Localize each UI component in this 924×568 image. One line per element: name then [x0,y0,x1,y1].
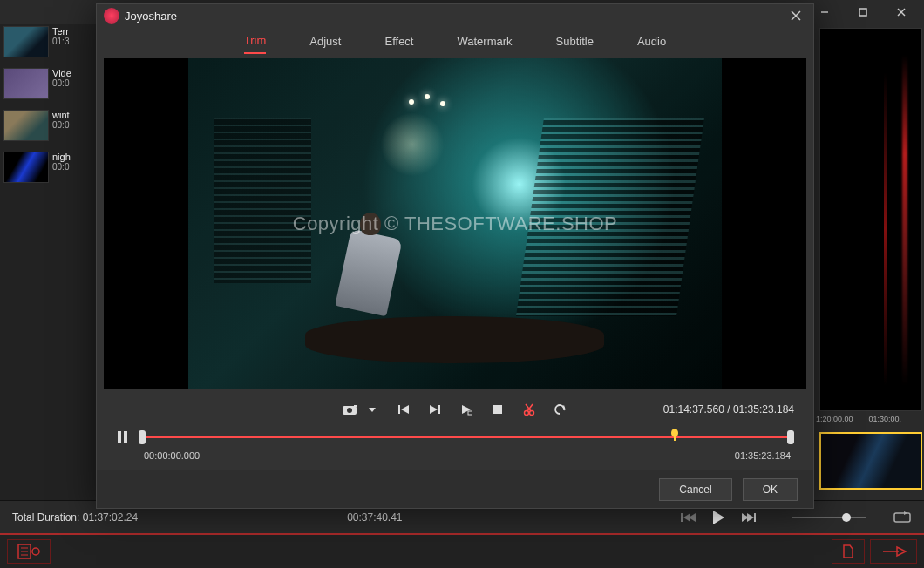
skip-back-button[interactable] [680,511,696,524]
svg-marker-34 [904,511,907,515]
timeline-tick: 01:30:00. [869,415,902,423]
current-time: 01:14:37.560 [663,403,724,416]
format-settings-button[interactable] [7,539,51,564]
svg-rect-15 [468,411,472,415]
time-display: 01:14:37.560 / 01:35:23.184 [663,403,794,416]
status-current-time: 00:37:40.41 [347,511,402,524]
clip-duration: 00:0 [52,162,71,172]
svg-rect-33 [894,513,910,522]
next-frame-button[interactable] [425,403,445,416]
trim-track[interactable] [139,430,794,444]
svg-rect-8 [354,405,357,407]
clip-item[interactable]: nigh 00:0 [0,150,96,192]
export-button[interactable] [870,539,917,564]
playhead-marker[interactable] [669,429,680,441]
clip-name: Terr [52,26,69,37]
trim-end-handle[interactable] [787,430,794,444]
tab-trim[interactable]: Trim [244,29,267,54]
trim-start-time: 00:00:00.000 [144,450,200,461]
clip-item[interactable]: Vide 00:0 [0,66,96,108]
tab-effect[interactable]: Effect [384,30,413,53]
zoom-slider[interactable] [792,517,866,518]
trim-start-handle[interactable] [139,430,146,444]
pause-button[interactable] [116,430,128,444]
timeline-side-panel: 1:20:00.00 01:30:00. [814,24,924,500]
svg-point-24 [671,429,678,437]
svg-marker-31 [747,513,754,522]
clip-duration: 01:3 [52,37,69,46]
maximize-button[interactable] [844,0,882,24]
tab-watermark[interactable]: Watermark [457,30,512,53]
video-preview[interactable]: Copyright © THESOFTWARE.SHOP [104,58,806,389]
zoom-knob[interactable] [842,513,851,522]
clip-list: Terr 01:3 Vide 00:0 wint 00:0 nigh 00:0 [0,24,96,500]
ok-button[interactable]: OK [743,478,798,501]
svg-rect-13 [438,405,440,414]
cut-button[interactable] [520,403,539,416]
clip-thumbnail [3,152,49,183]
svg-rect-26 [681,513,683,522]
total-time: 01:35:23.184 [733,403,794,416]
skip-forward-button[interactable] [741,511,757,524]
prev-frame-button[interactable] [394,403,413,416]
close-button[interactable] [882,0,921,24]
edit-modal: Joyoshare Trim Adjust Effect Watermark S… [96,3,814,509]
undo-button[interactable] [551,403,570,416]
tab-audio[interactable]: Audio [637,30,666,53]
app-logo-icon [104,8,119,24]
clip-thumbnail [3,26,49,57]
svg-rect-16 [493,405,502,414]
clip-name: nigh [52,152,71,162]
svg-rect-23 [124,431,127,443]
set-start-button[interactable] [457,403,476,416]
clip-duration: 00:0 [52,78,71,88]
snapshot-button[interactable] [340,402,359,416]
trim-timeline: 00:00:00.000 01:35:23.184 [97,423,813,464]
svg-marker-29 [713,511,724,524]
timeline-preview-strip [819,28,922,411]
cancel-button[interactable]: Cancel [659,478,731,501]
timeline-tick: 1:20:00.00 [816,415,853,423]
tab-adjust[interactable]: Adjust [309,30,341,53]
timeline-selected-thumb[interactable] [819,432,922,490]
svg-marker-12 [430,405,438,414]
snapshot-dropdown-icon[interactable] [363,406,382,413]
clip-item[interactable]: wint 00:0 [0,108,96,150]
svg-marker-11 [401,405,409,414]
clip-thumbnail [3,110,49,141]
trim-end-time: 01:35:23.184 [735,450,791,461]
tab-subtitle[interactable]: Subtitle [556,30,594,53]
play-button[interactable] [711,510,725,525]
clip-duration: 00:0 [52,120,70,130]
total-duration-value: 01:37:02.24 [83,511,138,524]
output-file-button[interactable] [832,539,865,564]
player-toolbar: 01:14:37.560 / 01:35:23.184 [97,396,813,423]
svg-rect-25 [674,436,676,441]
app-name: Joyoshare [125,10,177,23]
modal-footer: Cancel OK [97,470,813,508]
clip-thumbnail [3,68,49,99]
modal-titlebar: Joyoshare [97,4,813,27]
svg-rect-1 [859,9,866,16]
clip-name: Vide [52,68,71,78]
svg-rect-10 [398,405,400,414]
stop-button[interactable] [488,404,507,415]
tab-row: Trim Adjust Effect Watermark Subtitle Au… [97,27,813,55]
loop-button[interactable] [893,511,912,524]
modal-close-button[interactable] [785,7,806,24]
total-duration-label: Total Duration: 01:37:02.24 [12,511,138,524]
svg-marker-9 [369,408,376,412]
svg-point-39 [32,548,39,555]
clip-item[interactable]: Terr 01:3 [0,24,96,66]
svg-rect-22 [118,431,121,443]
svg-point-7 [347,408,352,413]
clip-name: wint [52,110,70,120]
svg-rect-32 [754,513,756,522]
action-bar [0,533,924,568]
